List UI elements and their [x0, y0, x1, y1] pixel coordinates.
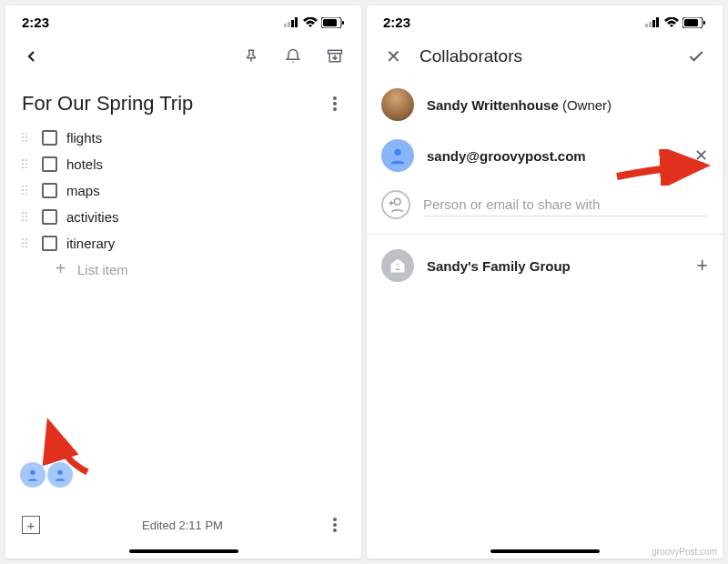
home-indicator — [490, 549, 600, 553]
family-group-name: Sandy's Family Group — [427, 258, 683, 274]
list-item[interactable]: itinerary — [15, 230, 352, 257]
note-title[interactable]: For Our Spring Trip — [22, 92, 325, 116]
owner-name: Sandy Writtenhouse (Owner) — [427, 97, 612, 113]
svg-rect-15 — [684, 19, 698, 26]
more-button-bottom[interactable] — [325, 515, 345, 535]
status-time: 2:23 — [22, 15, 49, 30]
share-input[interactable]: Person or email to share with — [423, 193, 708, 217]
add-list-item[interactable]: + List item — [15, 257, 352, 283]
collab-list: Sandy Writtenhouse (Owner) sandy@groovyp… — [367, 76, 723, 295]
collab-toolbar: ✕ Collaborators — [367, 34, 723, 76]
collab-title: Collaborators — [420, 46, 670, 66]
drag-handle-icon[interactable] — [22, 159, 33, 170]
divider — [367, 234, 723, 235]
list-item[interactable]: flights — [15, 125, 352, 151]
svg-rect-16 — [703, 21, 705, 25]
collab-member-row: sandy@groovypost.com ✕ — [381, 130, 708, 181]
pin-icon[interactable] — [241, 46, 261, 66]
item-label: flights — [66, 130, 102, 146]
svg-rect-10 — [645, 24, 648, 27]
remove-collaborator-button[interactable]: ✕ — [694, 146, 708, 166]
battery-icon — [321, 17, 345, 28]
avatar[interactable] — [20, 462, 46, 488]
svg-rect-5 — [323, 19, 337, 26]
archive-icon[interactable] — [325, 46, 345, 66]
add-button[interactable]: + — [22, 516, 40, 534]
item-label: hotels — [66, 156, 103, 172]
svg-point-9 — [57, 470, 62, 475]
bottom-toolbar: + Edited 2:11 PM — [5, 488, 361, 549]
svg-rect-11 — [649, 22, 652, 27]
collaborators-screen: 2:23 ✕ Collaborators Sandy Writtenhouse … — [367, 5, 723, 559]
checkbox[interactable] — [42, 236, 57, 251]
note-toolbar — [5, 34, 361, 76]
more-button[interactable] — [325, 94, 345, 114]
svg-point-18 — [394, 198, 400, 205]
member-email: sandy@groovypost.com — [427, 148, 682, 164]
family-group-icon — [381, 249, 414, 282]
edited-timestamp: Edited 2:11 PM — [58, 519, 307, 532]
svg-point-8 — [30, 470, 35, 475]
svg-rect-6 — [342, 21, 344, 25]
status-time: 2:23 — [383, 15, 410, 30]
checkbox[interactable] — [42, 183, 57, 198]
wifi-icon — [664, 17, 679, 28]
svg-rect-7 — [329, 50, 342, 53]
note-header: For Our Spring Trip — [5, 76, 361, 121]
add-person-icon — [381, 190, 410, 219]
collab-owner-row: Sandy Writtenhouse (Owner) — [381, 79, 708, 130]
checkbox[interactable] — [42, 130, 57, 146]
plus-icon: + — [53, 262, 68, 277]
watermark: groovyPost.com — [652, 547, 717, 557]
add-collaborator-row[interactable]: Person or email to share with — [381, 181, 708, 228]
list-item[interactable]: hotels — [15, 151, 352, 177]
drag-handle-icon[interactable] — [22, 133, 33, 144]
member-avatar — [381, 139, 414, 172]
svg-point-17 — [394, 149, 400, 156]
confirm-button[interactable] — [686, 46, 706, 66]
item-label: itinerary — [66, 236, 115, 251]
drag-handle-icon[interactable] — [22, 212, 33, 223]
drag-handle-icon[interactable] — [22, 238, 33, 249]
cellular-icon — [645, 17, 661, 27]
avatar[interactable] — [47, 462, 73, 488]
back-button[interactable] — [22, 46, 42, 66]
svg-rect-13 — [656, 17, 659, 27]
svg-rect-1 — [288, 22, 290, 27]
item-label: maps — [66, 183, 100, 198]
drag-handle-icon[interactable] — [22, 186, 33, 196]
family-group-row[interactable]: Sandy's Family Group + — [381, 240, 708, 291]
status-bar: 2:23 — [5, 5, 361, 34]
note-screen: 2:23 For Our Spring Trip — [5, 5, 361, 559]
home-indicator — [129, 549, 238, 553]
svg-rect-2 — [291, 20, 294, 27]
svg-rect-3 — [295, 17, 298, 27]
reminder-icon[interactable] — [283, 46, 303, 66]
wifi-icon — [303, 17, 318, 28]
add-group-button[interactable]: + — [696, 254, 708, 277]
checkbox[interactable] — [42, 209, 57, 225]
close-button[interactable]: ✕ — [383, 46, 403, 66]
status-icons — [284, 17, 345, 28]
add-item-placeholder: List item — [77, 262, 128, 277]
list-item[interactable]: maps — [15, 177, 352, 204]
battery-icon — [682, 17, 706, 28]
status-icons — [645, 17, 706, 28]
checklist: flights hotels maps activities itinerary — [5, 121, 361, 287]
svg-rect-0 — [284, 24, 287, 27]
list-item[interactable]: activities — [15, 204, 352, 230]
cellular-icon — [284, 17, 299, 27]
checkbox[interactable] — [42, 156, 57, 172]
svg-rect-12 — [652, 20, 655, 27]
status-bar: 2:23 — [367, 5, 723, 34]
owner-avatar — [381, 88, 414, 121]
collaborator-avatars[interactable] — [5, 444, 361, 488]
item-label: activities — [66, 209, 119, 225]
